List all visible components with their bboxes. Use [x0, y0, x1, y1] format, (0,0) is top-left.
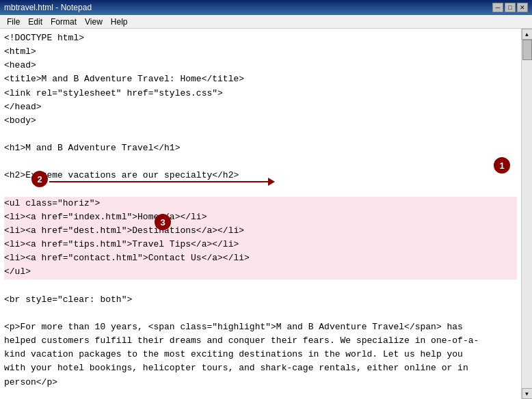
code-line-20 [4, 307, 517, 320]
editor-area: <!DOCTYPE html><html><head><title>M and … [0, 29, 532, 399]
menu-file[interactable]: File [3, 16, 24, 28]
menu-edit[interactable]: Edit [24, 16, 46, 28]
minimize-button[interactable]: ─ [492, 3, 503, 12]
annotation-2: 2 [31, 171, 48, 187]
code-line-17: </ul> [4, 265, 517, 279]
code-line-18 [4, 279, 517, 293]
annotation-1: 1 [494, 157, 510, 174]
close-button[interactable]: ✕ [517, 3, 528, 12]
scroll-track[interactable] [522, 40, 532, 388]
code-line-15: <li><a href="tips.html">Travel Tips</a><… [4, 238, 517, 251]
code-editor[interactable]: <!DOCTYPE html><html><head><title>M and … [0, 29, 521, 399]
code-line-21: <p>For more than 10 years, <span class="… [4, 320, 517, 334]
code-line-24: with your hotel bookings, helicopter tou… [4, 361, 517, 375]
arrow-1 [49, 178, 275, 186]
code-line-19: <br style="clear: both"> [4, 293, 517, 307]
code-line-26 [4, 389, 517, 399]
menu-format[interactable]: Format [46, 16, 81, 28]
code-line-12: <ul class="horiz"> [4, 197, 517, 210]
menu-help[interactable]: Help [107, 16, 132, 28]
code-line-8: <h1>M and B Adventure Travel</h1> [4, 141, 517, 155]
scroll-thumb[interactable] [522, 40, 532, 60]
code-line-22: helped customers fulfill their dreams an… [4, 334, 517, 348]
menu-view[interactable]: View [81, 16, 107, 28]
window-controls: ─ □ ✕ [492, 3, 528, 12]
maximize-button[interactable]: □ [505, 3, 516, 12]
code-line-13: <li><a href="index.html">Home</a></li> [4, 210, 517, 224]
window-title: mbtravel.html - Notepad [4, 3, 492, 12]
code-line-16: <li><a href="contact.html">Contact Us</a… [4, 251, 517, 265]
code-line-4: <link rel="stylesheet" href="styles.css"… [4, 87, 517, 100]
code-line-7 [4, 128, 517, 141]
scrollbar[interactable]: ▲ ▼ [521, 29, 532, 399]
code-line-23: kind vacation packages to the most excit… [4, 348, 517, 361]
code-line-6: <body> [4, 114, 517, 128]
code-line-14: <li><a href="dest.html">Destinations</a>… [4, 224, 517, 238]
code-line-5: </head> [4, 100, 517, 114]
code-line-25: person</p> [4, 376, 517, 389]
menu-bar: File Edit Format View Help [0, 15, 532, 29]
code-line-3: <title>M and B Adventure Travel: Home</t… [4, 72, 517, 86]
scroll-up-button[interactable]: ▲ [522, 29, 533, 40]
code-line-9 [4, 155, 517, 169]
code-line-2: <head> [4, 59, 517, 72]
annotation-3: 3 [155, 214, 171, 230]
code-line-0: <!DOCTYPE html> [4, 31, 517, 45]
title-bar: mbtravel.html - Notepad ─ □ ✕ [0, 0, 532, 15]
scroll-down-button[interactable]: ▼ [522, 388, 533, 399]
code-line-1: <html> [4, 45, 517, 59]
